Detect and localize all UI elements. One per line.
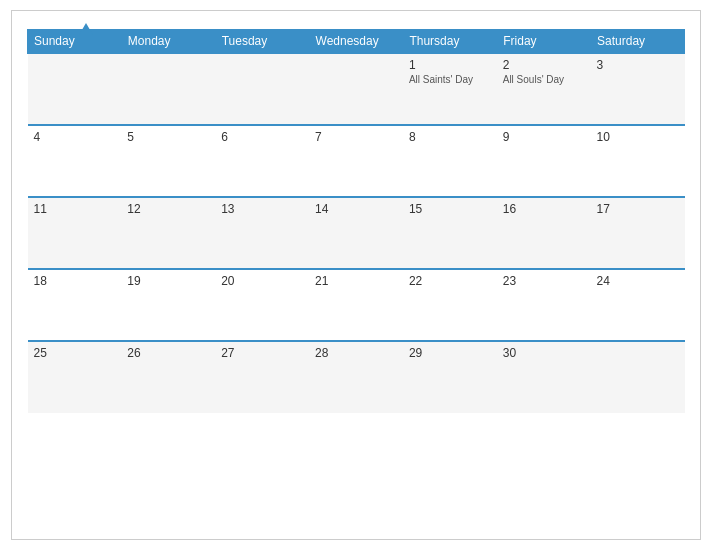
day-number: 23 <box>503 274 585 288</box>
day-number: 30 <box>503 346 585 360</box>
day-number: 26 <box>127 346 209 360</box>
calendar-cell: 29 <box>403 341 497 413</box>
day-number: 27 <box>221 346 303 360</box>
calendar-table: SundayMondayTuesdayWednesdayThursdayFrid… <box>27 29 685 413</box>
calendar-cell: 27 <box>215 341 309 413</box>
col-header-saturday: Saturday <box>591 30 685 54</box>
day-number: 2 <box>503 58 585 72</box>
calendar-cell: 16 <box>497 197 591 269</box>
col-header-friday: Friday <box>497 30 591 54</box>
day-number: 6 <box>221 130 303 144</box>
calendar-cell <box>309 53 403 125</box>
calendar-cell: 18 <box>28 269 122 341</box>
calendar-cell: 21 <box>309 269 403 341</box>
calendar-cell: 7 <box>309 125 403 197</box>
day-number: 15 <box>409 202 491 216</box>
day-number: 29 <box>409 346 491 360</box>
day-number: 18 <box>34 274 116 288</box>
calendar-cell: 11 <box>28 197 122 269</box>
calendar-cell: 12 <box>121 197 215 269</box>
col-header-sunday: Sunday <box>28 30 122 54</box>
calendar-cell: 14 <box>309 197 403 269</box>
calendar-cell: 10 <box>591 125 685 197</box>
calendar-header-row: SundayMondayTuesdayWednesdayThursdayFrid… <box>28 30 685 54</box>
day-number: 22 <box>409 274 491 288</box>
holiday-label: All Saints' Day <box>409 74 491 85</box>
calendar-cell: 25 <box>28 341 122 413</box>
calendar-cell: 20 <box>215 269 309 341</box>
calendar-week-4: 18192021222324 <box>28 269 685 341</box>
calendar-cell: 6 <box>215 125 309 197</box>
day-number: 8 <box>409 130 491 144</box>
calendar-cell: 15 <box>403 197 497 269</box>
calendar-cell: 5 <box>121 125 215 197</box>
calendar-cell: 30 <box>497 341 591 413</box>
calendar-week-2: 45678910 <box>28 125 685 197</box>
calendar-cell <box>28 53 122 125</box>
day-number: 5 <box>127 130 209 144</box>
calendar-cell: 13 <box>215 197 309 269</box>
calendar-cell: 8 <box>403 125 497 197</box>
day-number: 25 <box>34 346 116 360</box>
day-number: 4 <box>34 130 116 144</box>
holiday-label: All Souls' Day <box>503 74 585 85</box>
calendar-cell: 26 <box>121 341 215 413</box>
calendar-week-1: 1All Saints' Day2All Souls' Day3 <box>28 53 685 125</box>
calendar-cell: 17 <box>591 197 685 269</box>
calendar-cell: 1All Saints' Day <box>403 53 497 125</box>
day-number: 14 <box>315 202 397 216</box>
calendar-cell <box>121 53 215 125</box>
calendar-cell <box>591 341 685 413</box>
calendar-cell: 28 <box>309 341 403 413</box>
day-number: 19 <box>127 274 209 288</box>
logo-triangle-icon <box>79 23 93 35</box>
calendar-cell <box>215 53 309 125</box>
day-number: 12 <box>127 202 209 216</box>
calendar-cell: 9 <box>497 125 591 197</box>
calendar-cell: 4 <box>28 125 122 197</box>
day-number: 7 <box>315 130 397 144</box>
calendar-wrapper: SundayMondayTuesdayWednesdayThursdayFrid… <box>11 10 701 540</box>
calendar-cell: 2All Souls' Day <box>497 53 591 125</box>
day-number: 16 <box>503 202 585 216</box>
calendar-week-5: 252627282930 <box>28 341 685 413</box>
calendar-cell: 23 <box>497 269 591 341</box>
day-number: 3 <box>597 58 679 72</box>
day-number: 24 <box>597 274 679 288</box>
col-header-monday: Monday <box>121 30 215 54</box>
day-number: 9 <box>503 130 585 144</box>
calendar-week-3: 11121314151617 <box>28 197 685 269</box>
col-header-thursday: Thursday <box>403 30 497 54</box>
calendar-cell: 19 <box>121 269 215 341</box>
day-number: 20 <box>221 274 303 288</box>
col-header-tuesday: Tuesday <box>215 30 309 54</box>
day-number: 28 <box>315 346 397 360</box>
day-number: 17 <box>597 202 679 216</box>
calendar-cell: 22 <box>403 269 497 341</box>
calendar-cell: 24 <box>591 269 685 341</box>
day-number: 1 <box>409 58 491 72</box>
calendar-cell: 3 <box>591 53 685 125</box>
day-number: 11 <box>34 202 116 216</box>
col-header-wednesday: Wednesday <box>309 30 403 54</box>
day-number: 21 <box>315 274 397 288</box>
day-number: 13 <box>221 202 303 216</box>
day-number: 10 <box>597 130 679 144</box>
